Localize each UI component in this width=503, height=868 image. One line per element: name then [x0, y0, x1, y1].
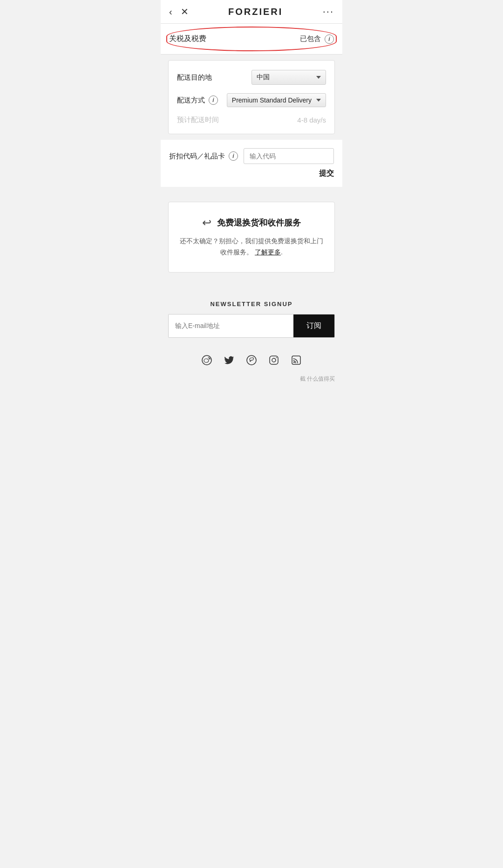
app-title: FORZIERI — [189, 7, 323, 17]
returns-card: ↩ 免费退换货和收件服务 还不太确定？别担心，我们提供免费退换货和上门收件服务。… — [168, 202, 335, 273]
returns-description: 还不太确定？别担心，我们提供免费退换货和上门收件服务。 了解更多. — [180, 236, 323, 258]
method-value: Premium Standard Delivery — [232, 96, 312, 104]
discount-section: 折扣代码／礼品卡 i — [161, 140, 342, 164]
customs-right: 已包含 i — [300, 34, 334, 44]
divider — [161, 54, 342, 55]
svg-point-4 — [272, 358, 276, 362]
method-select[interactable]: Premium Standard Delivery — [227, 93, 326, 107]
customs-value: 已包含 — [300, 34, 321, 43]
svg-point-1 — [204, 359, 209, 362]
return-arrow-icon: ↩ — [202, 216, 211, 229]
bottom-note: 截 什么值得买 — [161, 375, 342, 392]
newsletter-subscribe-button[interactable]: 订阅 — [293, 314, 334, 337]
spacer2 — [161, 280, 342, 287]
rss-icon[interactable] — [291, 355, 302, 369]
newsletter-email-input[interactable] — [169, 314, 293, 337]
method-row: 配送方式 i Premium Standard Delivery — [177, 93, 326, 107]
destination-label: 配送目的地 — [177, 73, 212, 82]
returns-icon-row: ↩ 免费退换货和收件服务 — [180, 216, 323, 229]
method-label: 配送方式 i — [177, 96, 218, 105]
customs-section: 关税及税费 已包含 i — [161, 24, 342, 55]
destination-value: 中国 — [257, 73, 270, 82]
discount-label: 折扣代码／礼品卡 i — [169, 151, 238, 161]
svg-rect-3 — [270, 356, 278, 364]
submit-button[interactable]: 提交 — [319, 169, 334, 178]
svg-point-7 — [293, 362, 295, 363]
destination-select[interactable]: 中国 — [252, 70, 326, 85]
customs-label: 关税及税费 — [169, 34, 206, 44]
twitter-icon[interactable] — [224, 355, 235, 369]
estimated-value: 4-8 day/s — [297, 116, 326, 124]
spacer — [161, 187, 342, 194]
back-button[interactable]: ‹ — [169, 7, 172, 17]
newsletter-title: NEWSLETTER SIGNUP — [168, 301, 335, 308]
destination-row: 配送目的地 中国 — [177, 70, 326, 85]
more-button[interactable]: ··· — [323, 6, 334, 18]
newsletter-section: NEWSLETTER SIGNUP 订阅 — [161, 287, 342, 345]
estimated-row: 预计配送时间 4-8 day/s — [177, 116, 326, 124]
method-info-icon[interactable]: i — [209, 96, 218, 105]
header: ‹ ✕ FORZIERI ··· — [161, 0, 342, 24]
close-button[interactable]: ✕ — [181, 6, 189, 17]
weibo-icon[interactable] — [201, 355, 212, 369]
returns-learn-more-link[interactable]: 了解更多 — [255, 248, 281, 256]
header-left: ‹ ✕ — [169, 6, 189, 17]
discount-input[interactable] — [244, 148, 334, 164]
returns-title: 免费退换货和收件服务 — [217, 217, 301, 228]
shipping-card: 配送目的地 中国 配送方式 i Premium Standard Deliver… — [168, 60, 335, 134]
destination-dropdown-arrow — [316, 76, 321, 79]
customs-row: 关税及税费 已包含 i — [169, 24, 334, 54]
instagram-icon[interactable] — [268, 355, 279, 369]
newsletter-form: 订阅 — [168, 314, 335, 338]
pinterest-icon[interactable] — [246, 355, 257, 369]
discount-info-icon[interactable]: i — [229, 151, 238, 161]
method-dropdown-arrow — [316, 99, 321, 102]
estimated-label: 预计配送时间 — [177, 116, 219, 124]
submit-row: 提交 — [161, 164, 342, 187]
svg-point-5 — [276, 357, 277, 358]
customs-info-icon[interactable]: i — [325, 34, 334, 44]
social-section — [161, 345, 342, 375]
svg-point-0 — [202, 355, 211, 365]
